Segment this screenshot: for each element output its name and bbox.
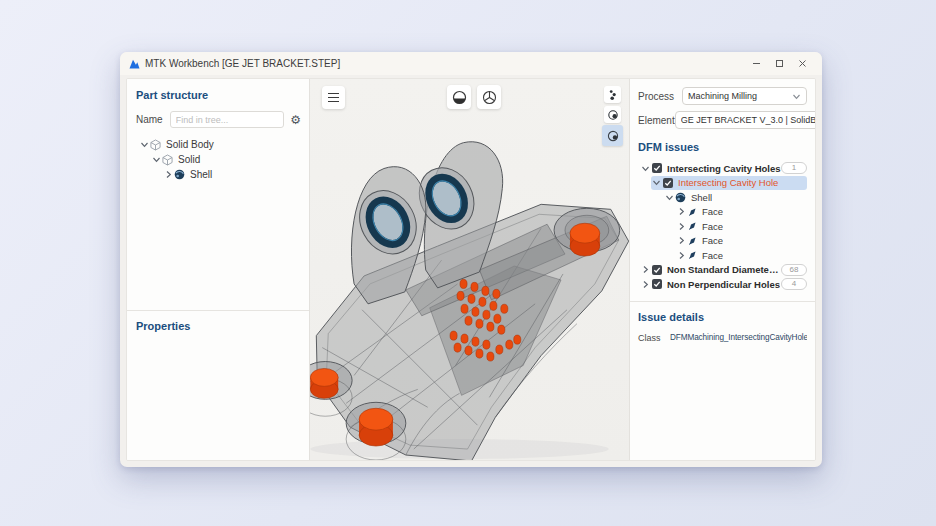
issue-markers-icon: [608, 89, 618, 101]
checkbox-check-icon: [664, 179, 672, 187]
chevron-right-icon[interactable]: [676, 222, 687, 231]
main-content: Part structure Name ⚙ Solid Body: [126, 78, 816, 461]
shell-icon: [174, 169, 185, 180]
checkbox-checked[interactable]: [652, 265, 662, 275]
tree-item-label: Solid: [178, 154, 200, 165]
dropdown-chevron-icon: [792, 92, 801, 101]
chevron-down-icon[interactable]: [651, 178, 662, 187]
issue-node-shell[interactable]: Shell: [638, 190, 807, 204]
issue-sphere-icon: [607, 109, 619, 121]
chevron-down-icon[interactable]: [150, 155, 162, 164]
issue-count-badge: 68: [781, 264, 807, 276]
tree-item-shell[interactable]: Shell: [136, 167, 301, 182]
part-structure-panel: Part structure Name ⚙ Solid Body: [127, 79, 310, 460]
tree-item-solid[interactable]: Solid: [136, 152, 301, 167]
titlebar[interactable]: MTK Workbench [GE JET BRACKET.STEP]: [120, 52, 822, 75]
face-icon: [687, 250, 697, 260]
face-icon: [687, 236, 697, 246]
issue-item-intersecting-cavity-hole[interactable]: Intersecting Cavity Hole: [651, 176, 807, 190]
view-orientation-icon: [482, 90, 497, 105]
hamburger-icon: [328, 93, 339, 94]
issue-node-face[interactable]: Face: [638, 205, 807, 219]
chevron-right-icon[interactable]: [162, 170, 174, 179]
checkbox-checked[interactable]: [652, 279, 662, 289]
part-structure-title: Part structure: [136, 89, 301, 101]
cube-icon: [150, 139, 161, 151]
dfm-issues-tree: Intersecting Cavity Holes 1 Intersecting…: [638, 161, 807, 291]
tree-item-solid-body[interactable]: Solid Body: [136, 137, 301, 152]
properties-title: Properties: [136, 320, 301, 332]
checkbox-checked[interactable]: [652, 163, 662, 173]
issue-category-non-standard-diameter-holes[interactable]: Non Standard Diameter Holes 68: [638, 263, 807, 277]
class-label: Class: [638, 333, 670, 343]
window-controls: [745, 52, 822, 75]
gear-icon[interactable]: ⚙: [290, 114, 301, 126]
tree-item-label: Solid Body: [166, 139, 214, 150]
isolate-issue-button[interactable]: [602, 125, 623, 146]
bracket-3d-model[interactable]: [310, 79, 629, 460]
name-label: Name: [136, 114, 163, 125]
issue-count-badge: 4: [781, 278, 807, 290]
checkbox-check-icon: [653, 164, 661, 172]
issue-markers-button[interactable]: [604, 86, 621, 103]
chevron-down-icon[interactable]: [664, 193, 675, 202]
window-title: MTK Workbench [GE JET BRACKET.STEP]: [145, 58, 340, 69]
process-label: Process: [638, 91, 682, 102]
chevron-right-icon[interactable]: [676, 251, 687, 260]
shell-icon: [675, 192, 686, 203]
face-icon: [687, 221, 697, 231]
chevron-right-icon[interactable]: [676, 207, 687, 216]
view-orientation-button[interactable]: [477, 85, 501, 109]
dfm-panel: Process Machining Milling Element GE JET…: [629, 79, 815, 460]
chevron-right-icon[interactable]: [640, 265, 651, 274]
close-button[interactable]: [791, 52, 814, 75]
isolate-issue-icon: [606, 129, 620, 143]
issue-details-title: Issue details: [638, 311, 807, 323]
dfm-issues-title: DFM issues: [638, 141, 807, 153]
app-logo-icon: [129, 59, 140, 69]
issue-category-intersecting-cavity-holes[interactable]: Intersecting Cavity Holes 1: [638, 161, 807, 175]
chevron-down-icon[interactable]: [138, 140, 150, 149]
checkbox-check-icon: [653, 266, 661, 274]
issue-sphere-button[interactable]: [604, 106, 621, 123]
minimize-button[interactable]: [745, 52, 768, 75]
face-icon: [687, 207, 697, 217]
issue-node-face[interactable]: Face: [638, 248, 807, 262]
process-select[interactable]: Machining Milling: [682, 87, 807, 105]
shaded-view-button[interactable]: [447, 85, 471, 109]
element-select[interactable]: GE JET BRACKET V_3.0 | SolidBo: [675, 111, 816, 129]
chevron-right-icon[interactable]: [640, 280, 651, 289]
chevron-right-icon[interactable]: [676, 236, 687, 245]
viewport-3d[interactable]: [310, 79, 629, 460]
cube-icon: [162, 154, 173, 166]
issue-count-badge: 1: [781, 162, 807, 174]
viewport-menu-button[interactable]: [322, 86, 345, 109]
issue-node-face[interactable]: Face: [638, 234, 807, 248]
checkbox-check-icon: [653, 280, 661, 288]
maximize-button[interactable]: [768, 52, 791, 75]
chevron-down-icon[interactable]: [640, 164, 651, 173]
tree-search-input[interactable]: [170, 111, 285, 128]
element-label: Element: [638, 115, 675, 126]
issue-node-face[interactable]: Face: [638, 219, 807, 233]
shaded-view-icon: [452, 90, 467, 105]
divider: [630, 301, 815, 302]
tree-item-label: Shell: [190, 169, 212, 180]
desktop-background: MTK Workbench [GE JET BRACKET.STEP] Part…: [0, 0, 936, 526]
app-window: MTK Workbench [GE JET BRACKET.STEP] Part…: [120, 52, 822, 467]
issue-category-non-perpendicular-holes[interactable]: Non Perpendicular Holes 4: [638, 277, 807, 291]
class-value: DFMMachining_IntersectingCavityHoleIssue: [670, 333, 807, 343]
checkbox-checked[interactable]: [663, 178, 673, 188]
